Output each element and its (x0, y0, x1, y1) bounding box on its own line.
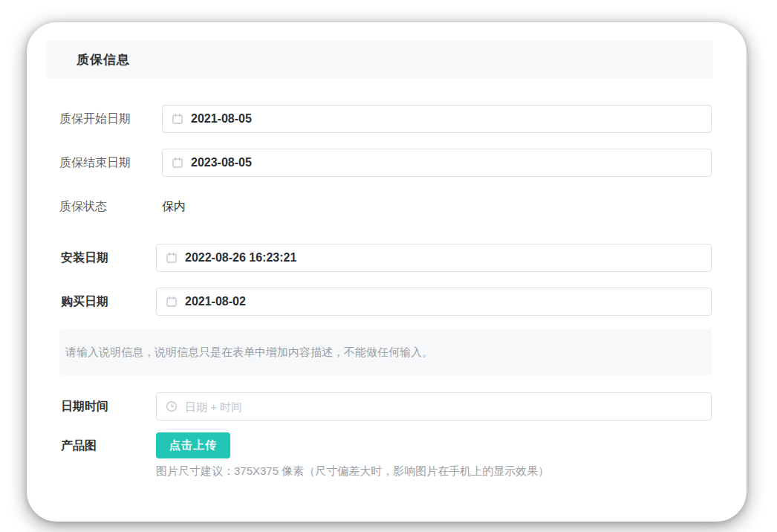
upload-button[interactable]: 点击上传 (156, 432, 230, 458)
product-image-row: 产品图 点击上传 图片尺寸建议：375X375 像素（尺寸偏差大时，影响图片在手… (61, 432, 712, 479)
purchase-date-input[interactable]: 2021-08-02 (156, 288, 712, 316)
calendar-icon (166, 252, 178, 264)
warranty-status-label: 质保状态 (59, 199, 162, 215)
warranty-end-date-input[interactable]: 2023-08-05 (162, 149, 712, 177)
purchase-date-label: 购买日期 (61, 294, 156, 310)
section-title: 质保信息 (77, 51, 130, 68)
calendar-icon (172, 113, 183, 125)
install-date-input[interactable]: 2022-08-26 16:23:21 (156, 244, 712, 272)
warranty-info-card: 质保信息 质保开始日期 2021-08-05 质保结束日期 (27, 22, 747, 522)
install-date-label: 安装日期 (61, 250, 156, 266)
upload-column: 点击上传 图片尺寸建议：375X375 像素（尺寸偏差大时，影响图片在手机上的显… (156, 432, 712, 479)
section-header: 质保信息 (47, 41, 713, 78)
warranty-end-row: 质保结束日期 2023-08-05 (59, 149, 712, 177)
warranty-status-value: 保内 (162, 199, 186, 215)
warranty-start-date-input[interactable]: 2021-08-05 (162, 105, 712, 133)
upload-hint: 图片尺寸建议：375X375 像素（尺寸偏差大时，影响图片在手机上的显示效果） (156, 464, 712, 479)
datetime-label: 日期时间 (61, 399, 156, 415)
datetime-input-wrapper (156, 392, 712, 421)
install-date-value: 2022-08-26 16:23:21 (185, 251, 296, 265)
datetime-input[interactable] (185, 400, 702, 413)
calendar-icon (166, 296, 178, 308)
product-image-label: 产品图 (61, 432, 156, 458)
form-notice-text: 请输入说明信息，说明信息只是在表单中增加内容描述，不能做任何输入。 (65, 346, 433, 360)
warranty-end-label: 质保结束日期 (59, 155, 162, 171)
purchase-date-value: 2021-08-02 (185, 295, 246, 308)
clock-icon (166, 400, 178, 412)
calendar-icon (172, 157, 183, 169)
warranty-status-row: 质保状态 保内 (59, 192, 712, 221)
form-notice: 请输入说明信息，说明信息只是在表单中增加内容描述，不能做任何输入。 (59, 329, 712, 375)
install-date-row: 安装日期 2022-08-26 16:23:21 (61, 244, 712, 272)
warranty-start-label: 质保开始日期 (59, 111, 162, 127)
warranty-start-row: 质保开始日期 2021-08-05 (59, 105, 712, 133)
warranty-start-date-value: 2021-08-05 (191, 112, 252, 126)
warranty-end-date-value: 2023-08-05 (191, 156, 252, 169)
datetime-row: 日期时间 (61, 392, 712, 421)
purchase-date-row: 购买日期 2021-08-02 (61, 288, 712, 316)
